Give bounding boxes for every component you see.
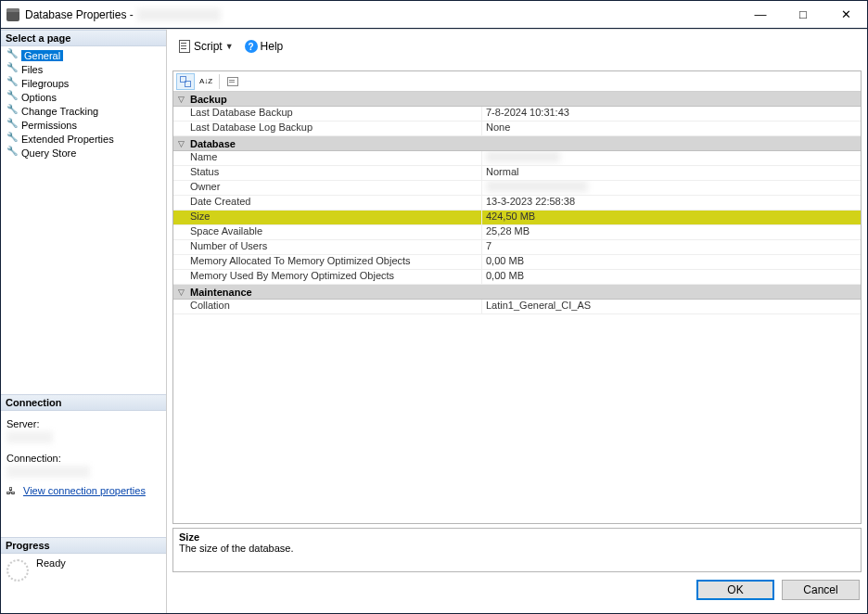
page-item-options[interactable]: Options: [5, 90, 166, 104]
wrench-icon: [6, 64, 19, 74]
property-grid: A↓Z ▽BackupLast Database Backup7-8-2024 …: [172, 70, 862, 524]
page-item-general[interactable]: General: [5, 48, 166, 62]
page-item-permissions[interactable]: Permissions: [5, 118, 166, 132]
connection-value-redacted: [6, 466, 90, 478]
main-panel: Script ▼ ? Help A↓Z ▽BackupLast Database…: [167, 30, 867, 613]
section-backup[interactable]: ▽Backup: [173, 92, 861, 107]
property-row[interactable]: Size424,50 MB: [173, 211, 861, 225]
section-maintenance[interactable]: ▽Maintenance: [173, 285, 861, 300]
property-key: Last Database Log Backup: [173, 122, 482, 135]
connection-label: Connection:: [6, 453, 160, 464]
property-value: 424,50 MB: [482, 211, 861, 224]
dialog-window: Database Properties - — □ ✕ Select a pag…: [0, 0, 868, 614]
property-pages-icon: [227, 76, 238, 87]
collapse-icon[interactable]: ▽: [173, 288, 188, 297]
page-item-filegroups[interactable]: Filegroups: [5, 76, 166, 90]
wrench-icon: [6, 78, 19, 88]
view-connection-properties-link[interactable]: View connection properties: [23, 485, 146, 496]
window-controls: — □ ✕: [739, 1, 867, 28]
script-icon: [178, 40, 191, 53]
property-key: Name: [173, 151, 482, 165]
wrench-icon: [6, 92, 19, 102]
property-row[interactable]: Memory Used By Memory Optimized Objects0…: [173, 270, 861, 285]
property-row[interactable]: Owner: [173, 181, 861, 196]
grid-toolbar: A↓Z: [173, 71, 861, 92]
help-label: Help: [261, 40, 284, 53]
property-key: Memory Used By Memory Optimized Objects: [173, 270, 482, 284]
page-item-label: Query Store: [21, 147, 76, 159]
property-key: Number of Users: [173, 240, 482, 254]
description-title: Size: [179, 531, 855, 543]
maximize-button[interactable]: □: [782, 1, 824, 28]
page-item-files[interactable]: Files: [5, 62, 166, 76]
grid-rows[interactable]: ▽BackupLast Database Backup7-8-2024 10:3…: [173, 92, 861, 523]
left-sidebar: Select a page GeneralFilesFilegroupsOpti…: [1, 30, 167, 613]
wrench-icon: [6, 50, 19, 60]
section-title: Maintenance: [188, 287, 252, 298]
connection-body: Server: Connection: View connection prop…: [1, 411, 166, 500]
value-redacted: [486, 151, 560, 162]
categorized-button[interactable]: [176, 73, 195, 90]
minimize-button[interactable]: —: [739, 1, 782, 28]
property-value: 25,28 MB: [482, 225, 861, 239]
alphabetical-icon: A↓Z: [199, 77, 212, 85]
description-box: Size The size of the database.: [172, 528, 862, 572]
alphabetical-button[interactable]: A↓Z: [197, 73, 215, 90]
property-row[interactable]: CollationLatin1_General_CI_AS: [173, 300, 861, 314]
page-item-change-tracking[interactable]: Change Tracking: [5, 104, 166, 118]
page-item-extended-properties[interactable]: Extended Properties: [5, 132, 166, 146]
close-button[interactable]: ✕: [824, 1, 867, 28]
script-dropdown-icon[interactable]: ▼: [225, 42, 234, 51]
wrench-icon: [6, 120, 19, 130]
help-button[interactable]: ? Help: [241, 38, 287, 55]
property-value: [482, 151, 861, 165]
wrench-icon: [6, 147, 19, 158]
property-value: 0,00 MB: [482, 270, 861, 284]
toolbar-separator: [219, 74, 220, 89]
cancel-button[interactable]: Cancel: [782, 580, 860, 600]
script-button[interactable]: Script ▼: [174, 38, 237, 55]
value-redacted: [486, 181, 588, 192]
property-row[interactable]: Space Available25,28 MB: [173, 225, 861, 240]
page-item-label: Options: [21, 92, 57, 103]
property-key: Space Available: [173, 225, 482, 239]
page-item-query-store[interactable]: Query Store: [5, 146, 166, 160]
description-text: The size of the database.: [179, 543, 855, 554]
property-key: Owner: [173, 181, 482, 195]
property-row[interactable]: Last Database Backup7-8-2024 10:31:43: [173, 107, 861, 122]
property-row[interactable]: StatusNormal: [173, 166, 861, 181]
collapse-icon[interactable]: ▽: [173, 95, 188, 104]
ok-button[interactable]: OK: [696, 580, 774, 600]
dialog-buttons: OK Cancel: [172, 572, 862, 608]
progress-spinner-icon: [6, 559, 29, 582]
title-redacted: [137, 8, 221, 21]
property-key: Collation: [173, 300, 482, 313]
section-database[interactable]: ▽Database: [173, 136, 861, 151]
page-list: GeneralFilesFilegroupsOptionsChange Trac…: [1, 46, 166, 160]
select-page-header: Select a page: [1, 30, 166, 46]
page-item-label: Filegroups: [21, 78, 69, 89]
page-item-label: Permissions: [21, 120, 77, 131]
property-key: Status: [173, 166, 482, 180]
progress-status: Ready: [36, 557, 66, 569]
property-row[interactable]: Memory Allocated To Memory Optimized Obj…: [173, 255, 861, 270]
property-row[interactable]: Last Database Log BackupNone: [173, 122, 861, 136]
database-icon: [6, 8, 19, 21]
network-icon: [6, 485, 19, 496]
collapse-icon[interactable]: ▽: [173, 139, 188, 148]
property-row[interactable]: Number of Users7: [173, 240, 861, 255]
property-value: None: [482, 122, 861, 135]
property-value: 0,00 MB: [482, 255, 861, 269]
property-value: Normal: [482, 166, 861, 180]
categorized-icon: [180, 76, 191, 87]
property-row[interactable]: Date Created13-3-2023 22:58:38: [173, 196, 861, 211]
property-pages-button[interactable]: [223, 73, 242, 90]
titlebar[interactable]: Database Properties - — □ ✕: [1, 1, 867, 29]
property-row[interactable]: Name: [173, 151, 861, 166]
section-title: Database: [188, 138, 236, 149]
wrench-icon: [6, 134, 19, 144]
property-key: Date Created: [173, 196, 482, 210]
property-value: 7: [482, 240, 861, 254]
page-item-label: Extended Properties: [21, 134, 114, 145]
script-label: Script: [194, 40, 223, 53]
